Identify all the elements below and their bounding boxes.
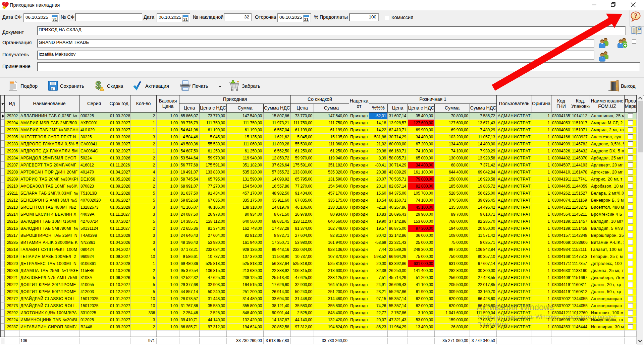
svg-text:31: 31	[183, 17, 188, 22]
svg-text:31: 31	[304, 17, 309, 22]
svg-text:31: 31	[52, 17, 57, 22]
svg-text:?: ?	[634, 12, 638, 20]
